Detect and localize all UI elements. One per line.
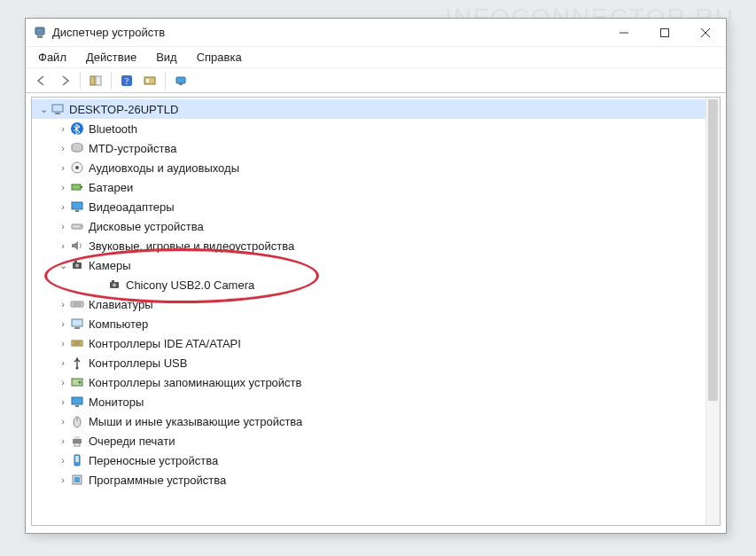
chevron-right-icon[interactable]: › [57,240,69,251]
chevron-right-icon[interactable]: › [57,143,69,153]
svg-rect-10 [144,77,155,84]
chevron-right-icon[interactable]: › [57,474,69,485]
svg-text:?: ? [125,76,129,86]
pc-icon [50,102,66,116]
chevron-right-icon[interactable]: › [57,377,69,388]
svg-rect-51 [75,456,79,462]
tree-category[interactable]: ›Программные устройства [32,470,705,489]
computer-icon [69,317,85,331]
tree-item-label: Аудиовходы и аудиовыходы [89,161,239,175]
bluetooth-icon [69,121,85,136]
tree-category[interactable]: ›Контроллеры USB [32,353,705,372]
tree-category[interactable]: ›MTD-устройства [32,138,705,158]
chevron-right-icon[interactable]: › [57,435,69,446]
titlebar[interactable]: Диспетчер устройств [26,19,726,47]
menu-help[interactable]: Справка [193,49,246,66]
drive-icon [69,219,85,233]
svg-rect-13 [179,83,183,85]
chevron-right-icon[interactable]: › [57,455,69,466]
menu-file[interactable]: Файл [35,49,70,66]
software-icon [69,473,85,487]
chevron-down-icon[interactable]: ⌄ [57,260,69,271]
svg-point-19 [75,166,79,169]
tree-category[interactable]: ›Bluetooth [32,119,705,138]
tree-device[interactable]: ·Chicony USB2.0 Camera [32,275,705,294]
tree-category[interactable]: ›Контроллеры IDE ATA/ATAPI [32,333,705,353]
svg-rect-36 [74,327,80,329]
scrollbar-thumb[interactable] [708,99,718,401]
forward-button[interactable] [54,71,75,90]
battery-icon [69,180,85,194]
svg-rect-47 [73,439,82,443]
tree-category[interactable]: ›Мыши и иные указывающие устройства [32,411,705,431]
toolbar-separator [165,72,166,90]
tree-category[interactable]: ›Контроллеры запоминающих устройств [32,372,705,392]
svg-rect-15 [55,113,60,114]
tree-category[interactable]: ›Батареи [32,177,705,197]
svg-rect-0 [35,27,44,35]
svg-rect-21 [81,186,82,188]
svg-rect-48 [74,436,80,439]
chevron-right-icon[interactable]: › [57,357,69,368]
tree-item-label: Компьютер [89,317,148,331]
svg-rect-49 [74,443,80,446]
chevron-right-icon[interactable]: › [57,221,69,231]
chevron-right-icon[interactable]: › [57,182,69,192]
tree-root[interactable]: ⌄DESKTOP-26UPTLD [32,99,705,119]
audio-icon [69,161,85,175]
window-title: Диспетчер устройств [52,26,165,39]
chevron-right-icon[interactable]: › [57,318,69,329]
svg-rect-37 [72,341,82,346]
tree-category[interactable]: ⌄Камеры [32,255,705,275]
tree-item-label: Контроллеры запоминающих устройств [89,376,301,389]
vertical-scrollbar[interactable] [705,98,720,525]
tree-category[interactable]: ›Очереди печати [32,431,705,450]
chevron-right-icon[interactable]: › [57,299,69,309]
tree-category[interactable]: ›Аудиовходы и аудиовыходы [32,158,705,177]
help-button[interactable]: ? [116,71,137,90]
toolbar-separator [111,72,112,90]
svg-rect-20 [72,184,81,190]
menu-view[interactable]: Вид [152,49,181,66]
chevron-right-icon[interactable]: › [57,162,69,173]
tree-item-label: Мониторы [89,395,144,409]
tree-item-label: Программные устройства [89,474,226,487]
tree-category[interactable]: ›Видеоадаптеры [32,197,705,216]
content-area: ⌄DESKTOP-26UPTLD›Bluetooth›MTD-устройств… [31,97,721,526]
svg-rect-53 [74,477,80,482]
tree-category[interactable]: ›Звуковые, игровые и видеоустройства [32,236,705,255]
tree-category[interactable]: ›Компьютер [32,314,705,333]
chevron-down-icon[interactable]: ⌄ [37,104,50,115]
svg-rect-7 [96,76,101,85]
svg-rect-12 [176,77,185,83]
minimize-button[interactable] [604,20,644,46]
printer-icon [69,434,85,448]
properties-button[interactable] [170,71,191,90]
svg-point-40 [76,367,79,370]
chevron-right-icon[interactable]: › [57,338,69,348]
chevron-right-icon[interactable]: › [57,123,69,134]
chevron-right-icon[interactable]: › [57,201,69,212]
show-hide-console-button[interactable] [85,71,106,90]
maximize-button[interactable] [644,20,685,46]
device-tree[interactable]: ⌄DESKTOP-26UPTLD›Bluetooth›MTD-устройств… [32,98,705,525]
scan-hardware-button[interactable] [139,71,160,90]
toolbar-separator [80,72,81,90]
storage-icon [69,375,85,389]
usb-icon [69,356,85,370]
tree-category[interactable]: ›Дисковые устройства [32,216,705,236]
chevron-right-icon[interactable]: › [57,416,69,427]
sound-icon [69,239,85,253]
svg-rect-32 [71,301,83,307]
menu-action[interactable]: Действие [82,49,140,66]
close-button[interactable] [685,20,726,46]
tree-category[interactable]: ›Клавиатуры [32,294,705,314]
tree-spacer: · [94,279,106,290]
chevron-right-icon[interactable]: › [57,396,69,407]
tree-category[interactable]: ›Переносные устройства [32,450,705,470]
disk-icon [69,141,85,155]
back-button[interactable] [31,71,52,90]
svg-rect-3 [661,28,669,36]
portable-icon [69,453,85,467]
tree-category[interactable]: ›Мониторы [32,392,705,411]
